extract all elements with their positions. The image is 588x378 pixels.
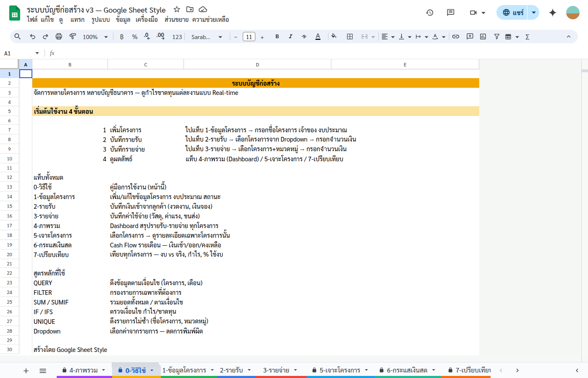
svg-text:.00: .00 [156,32,164,38]
svg-text:.0: .0 [144,32,148,38]
